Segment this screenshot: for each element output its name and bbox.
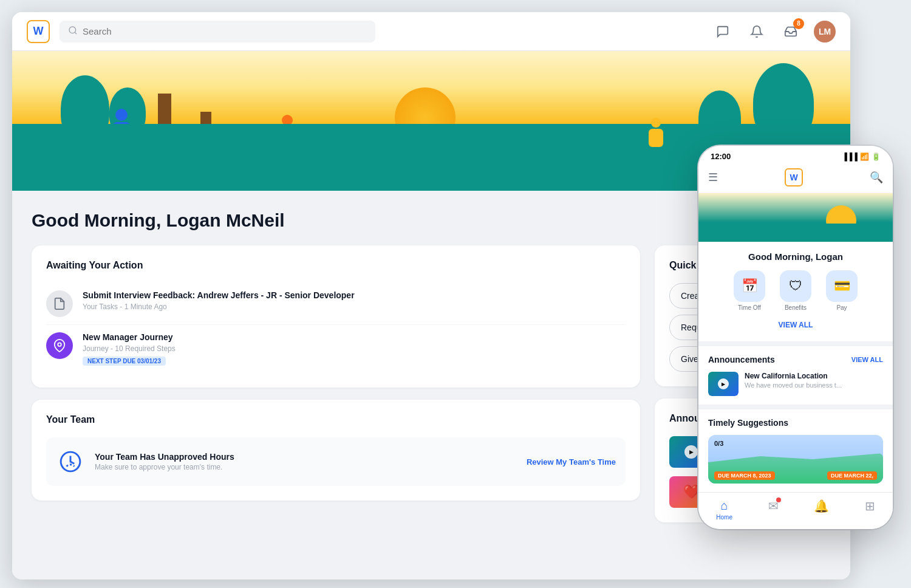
search-bar[interactable] xyxy=(60,21,375,43)
phone-ann-text: We have moved our business t... xyxy=(745,381,883,389)
home-nav-icon: ⌂ xyxy=(721,499,728,513)
phone-status-bar: 12:00 ▐▐▐ 📶 🔋 xyxy=(698,146,893,165)
phone-header: ☰ W 🔍 xyxy=(698,165,893,193)
header-actions: 8 LM xyxy=(712,21,836,43)
team-item-title: Your Team Has Unapproved Hours xyxy=(95,452,517,462)
inbox-badge: 8 xyxy=(793,18,804,29)
phone-search-icon[interactable]: 🔍 xyxy=(870,171,883,184)
phone-view-all-button[interactable]: VIEW ALL xyxy=(708,318,883,332)
phone-announcement-item[interactable]: ▶ New California Location We have moved … xyxy=(708,372,883,396)
phone-time-off-icon[interactable]: 📅 Time Off xyxy=(734,270,765,311)
team-item-subtitle: Make sure to approve your team's time. xyxy=(95,463,517,471)
notifications-button[interactable] xyxy=(746,21,768,43)
action-item-1[interactable]: Submit Interview Feedback: Andrew Jeffer… xyxy=(46,283,626,325)
action-icon-doc xyxy=(46,290,73,317)
benefits-label: Benefits xyxy=(785,304,807,311)
messages-button[interactable] xyxy=(712,21,734,43)
suggestions-chart: 0/3 DUE MARCH 8, 2023 DUE MARCH 22, xyxy=(708,435,883,484)
phone-signal: ▐▐▐ 📶 🔋 xyxy=(842,152,881,161)
inbox-nav-icon: ✉ xyxy=(768,499,779,513)
workday-logo: W xyxy=(27,20,50,43)
time-off-icon-circle: 📅 xyxy=(734,270,765,302)
time-off-label: Time Off xyxy=(738,304,761,311)
action-item-1-subtitle: Your Tasks - 1 Minute Ago xyxy=(83,303,355,311)
awaiting-action-card: Awaiting Your Action Submit Interview Fe… xyxy=(32,245,640,388)
app-header: W 8 xyxy=(12,12,850,51)
phone-nav-notifications[interactable]: 🔔 xyxy=(814,499,829,521)
search-icon xyxy=(68,26,78,38)
phone-time: 12:00 xyxy=(711,152,731,161)
phone-play-btn[interactable]: ▶ xyxy=(718,378,729,389)
phone-suggestions-section: Timely Suggestions 0/3 DUE MARCH 8, 2023… xyxy=(698,409,893,492)
your-team-card: Your Team Your Team Has Unapproved Hours… xyxy=(32,400,640,501)
phone-announcements-section: Announcements VIEW ALL ▶ New California … xyxy=(698,346,893,405)
search-input[interactable] xyxy=(83,26,367,36)
phone-pay-icon[interactable]: 💳 Pay xyxy=(826,270,858,311)
chart-label-right: DUE MARCH 22, xyxy=(827,471,877,480)
phone-nav-menu[interactable]: ⊞ xyxy=(865,499,875,521)
chart-count: 0/3 xyxy=(714,440,723,447)
phone-suggestions-header: Timely Suggestions xyxy=(708,418,883,428)
phone-bottom-nav: ⌂ Home ✉ 🔔 ⊞ xyxy=(698,492,893,529)
benefits-icon-circle: 🛡 xyxy=(780,270,811,302)
phone-body: Good Morning, Logan 📅 Time Off 🛡 Benefit… xyxy=(698,242,893,492)
team-item: Your Team Has Unapproved Hours Make sure… xyxy=(46,437,626,486)
avatar[interactable]: LM xyxy=(814,21,836,43)
left-column: Awaiting Your Action Submit Interview Fe… xyxy=(32,245,640,522)
phone-logo: W xyxy=(785,168,803,186)
action-item-2[interactable]: New Manager Journey Journey - 10 Require… xyxy=(46,325,626,373)
action-item-2-subtitle: Journey - 10 Required Steps xyxy=(83,344,176,353)
team-text: Your Team Has Unapproved Hours Make sure… xyxy=(95,452,517,471)
phone-ann-thumb: ▶ xyxy=(708,372,739,396)
team-unapproved-icon xyxy=(56,447,85,476)
action-icon-map xyxy=(46,332,73,359)
play-button-1[interactable]: ▶ xyxy=(684,445,698,459)
mobile-phone: 12:00 ▐▐▐ 📶 🔋 ☰ W 🔍 Good Morning, Logan … xyxy=(698,146,893,529)
svg-point-1 xyxy=(58,343,61,346)
chart-label-left: DUE MARCH 8, 2023 xyxy=(714,471,775,480)
hamburger-icon[interactable]: ☰ xyxy=(708,171,718,184)
awaiting-action-title: Awaiting Your Action xyxy=(46,260,626,271)
phone-banner-ground xyxy=(698,224,893,242)
phone-greeting-card: Good Morning, Logan 📅 Time Off 🛡 Benefit… xyxy=(698,242,893,341)
your-team-title: Your Team xyxy=(46,414,626,425)
action-item-2-title: New Manager Journey xyxy=(83,332,176,342)
phone-greeting-text: Good Morning, Logan xyxy=(708,251,883,262)
pay-icon-circle: 💳 xyxy=(826,270,858,302)
phone-announcements-header: Announcements VIEW ALL xyxy=(708,355,883,364)
phone-nav-home[interactable]: ⌂ Home xyxy=(716,499,732,521)
phone-quick-icons: 📅 Time Off 🛡 Benefits 💳 Pay xyxy=(708,270,883,311)
phone-announcements-title: Announcements xyxy=(708,355,775,364)
svg-point-0 xyxy=(69,27,76,33)
action-item-2-content: New Manager Journey Journey - 10 Require… xyxy=(83,332,176,366)
figure-walking xyxy=(644,118,668,157)
phone-banner xyxy=(698,193,893,242)
phone-ann-title: New California Location xyxy=(745,372,883,380)
home-nav-label: Home xyxy=(716,514,732,521)
action-item-1-content: Submit Interview Feedback: Andrew Jeffer… xyxy=(83,290,355,311)
grid-nav-icon: ⊞ xyxy=(865,499,875,513)
phone-benefits-icon[interactable]: 🛡 Benefits xyxy=(780,270,811,311)
phone-nav-inbox[interactable]: ✉ xyxy=(768,499,779,521)
inbox-button[interactable]: 8 xyxy=(780,21,802,43)
phone-suggestions-title: Timely Suggestions xyxy=(708,418,788,428)
action-item-1-title: Submit Interview Feedback: Andrew Jeffer… xyxy=(83,290,355,300)
review-team-time-link[interactable]: Review My Team's Time xyxy=(527,457,616,467)
bell-nav-icon: 🔔 xyxy=(814,499,829,513)
action-item-2-badge: NEXT STEP DUE 03/01/23 xyxy=(83,357,166,366)
pay-label: Pay xyxy=(836,304,847,311)
phone-announcements-view-all[interactable]: VIEW ALL xyxy=(851,356,883,363)
greeting-heading: Good Morning, Logan McNeil xyxy=(32,210,285,231)
phone-ann-content: New California Location We have moved ou… xyxy=(745,372,883,389)
